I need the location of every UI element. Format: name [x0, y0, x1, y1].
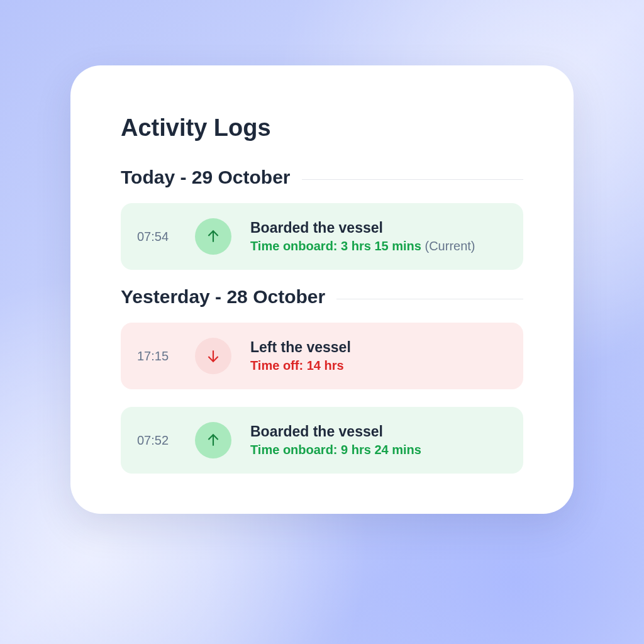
divider	[302, 179, 523, 180]
log-headline: Boarded the vessel	[250, 423, 507, 440]
arrow-up-icon	[195, 422, 231, 458]
log-time: 17:15	[137, 349, 195, 364]
log-body: Boarded the vessel Time onboard: 9 hrs 2…	[250, 423, 507, 457]
arrow-down-icon	[195, 338, 231, 374]
log-entry[interactable]: 07:52 Boarded the vessel Time onboard: 9…	[121, 407, 523, 474]
log-time: 07:52	[137, 433, 195, 448]
log-entry[interactable]: 07:54 Boarded the vessel Time onboard: 3…	[121, 203, 523, 270]
log-headline: Left the vessel	[250, 339, 507, 356]
log-subline-text: Time onboard: 3 hrs 15 mins	[250, 239, 421, 253]
log-time: 07:54	[137, 230, 195, 244]
arrow-up-icon	[195, 218, 231, 255]
log-entry[interactable]: 17:15 Left the vessel Time off: 14 hrs	[121, 323, 523, 389]
log-headline: Boarded the vessel	[250, 219, 507, 236]
log-body: Left the vessel Time off: 14 hrs	[250, 339, 507, 373]
page-title: Activity Logs	[121, 114, 523, 142]
divider	[336, 299, 523, 299]
section-header-yesterday: Yesterday - 28 October	[121, 286, 523, 308]
log-subline-suffix: (Current)	[421, 239, 475, 253]
log-subline-text: Time off: 14 hrs	[250, 358, 344, 372]
section-header-today: Today - 29 October	[121, 167, 523, 188]
log-subline-text: Time onboard: 9 hrs 24 mins	[250, 443, 421, 457]
section-heading: Yesterday - 28 October	[121, 286, 325, 308]
log-body: Boarded the vessel Time onboard: 3 hrs 1…	[250, 219, 507, 253]
activity-logs-card: Activity Logs Today - 29 October 07:54 B…	[70, 65, 574, 514]
log-subline: Time onboard: 9 hrs 24 mins	[250, 443, 507, 457]
section-heading: Today - 29 October	[121, 167, 291, 188]
log-subline: Time off: 14 hrs	[250, 358, 507, 373]
log-subline: Time onboard: 3 hrs 15 mins (Current)	[250, 239, 507, 253]
